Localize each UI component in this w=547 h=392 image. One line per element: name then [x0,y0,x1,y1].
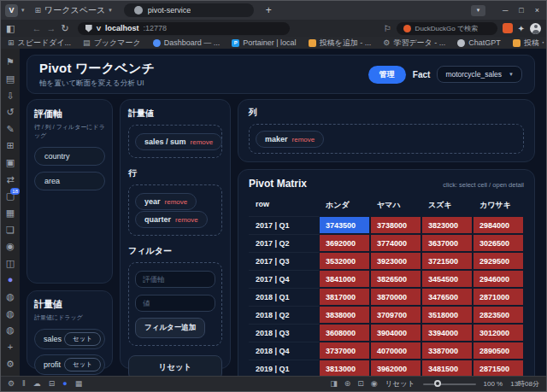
measure-row[interactable]: profitセット [34,354,105,375]
web-panel-icon[interactable]: ◍ [1,289,20,306]
bookmark-item[interactable]: 投稿・動画の... [513,38,546,49]
chevron-down-icon[interactable]: ▾ [21,7,25,14]
chip-remove-button[interactable]: remove [175,216,198,224]
filter-axis-input[interactable] [135,271,215,288]
workspace-button[interactable]: ⊞ ワークスペース ▾ [35,4,112,16]
fact-select[interactable]: motorcycle_sales ▼ [437,66,522,83]
cloud-icon[interactable]: ☁ [33,380,41,388]
new-tab-button[interactable]: + [266,4,272,16]
chip[interactable]: quarterremove [135,211,208,228]
pivot-cell[interactable]: 3476500 [422,289,472,305]
zoom-slider[interactable] [423,383,476,385]
axis-pill[interactable]: area [34,172,105,190]
pivot-cell[interactable]: 3532000 [320,253,369,269]
pivot-cell[interactable]: 3721500 [422,253,472,269]
mastodon-panel-icon[interactable]: ● [1,272,20,289]
pivot-cell[interactable]: 3838000 [320,307,369,323]
profile-avatar[interactable] [530,23,541,34]
pivot-cell[interactable]: 3012000 [473,325,523,341]
chip-remove-button[interactable]: remove [165,198,188,206]
measures-dropzone[interactable]: sales / sumremove [128,125,222,158]
pivot-cell[interactable]: 3518000 [422,307,472,323]
close-button[interactable]: × [535,6,539,15]
set-button[interactable]: セット [64,358,101,372]
mail-icon[interactable]: ▢18 [1,188,20,205]
bookmark-item[interactable]: ChatGPT [457,38,501,47]
tasks-icon[interactable]: ❏ [1,221,20,238]
mouse-gestures-icon[interactable]: ◉ [371,380,378,388]
inbox-icon[interactable]: ⊟ [49,380,56,388]
settings-gear-icon[interactable]: ⚙ [1,355,20,372]
page-actions-icon[interactable]: ⊛ [344,380,351,388]
pivot-cell[interactable]: 3826500 [371,271,421,287]
pivot-cell[interactable]: 3841000 [320,271,369,287]
image-toggle-icon[interactable]: ◨ [330,380,338,388]
tab-pivot-service[interactable]: pivot-service [124,3,254,17]
search-field[interactable]: DuckDuckGo で検索 [397,22,497,35]
add-panel-icon[interactable]: + [1,339,20,356]
pause-icon[interactable]: ‖ [22,380,26,388]
zoom-slider-knob[interactable] [434,380,441,387]
pivot-cell[interactable]: 3774000 [371,235,421,251]
pivot-cell[interactable]: 3817000 [320,289,369,305]
pivot-cell[interactable]: 2984000 [473,217,523,233]
pivot-cell[interactable]: 2823500 [473,307,523,323]
bookmark-item[interactable]: Dashboard — ... [153,38,221,47]
pivot-cell[interactable]: 3026500 [473,235,523,251]
extension-icon[interactable] [503,23,513,33]
filter-value-input[interactable] [135,295,215,312]
measure-row[interactable]: salesセット [34,329,105,349]
pivot-cell[interactable]: 3904000 [371,325,421,341]
maximize-button[interactable]: □ [519,6,523,15]
pivot-cell[interactable]: 3608000 [320,325,369,341]
pivot-cell[interactable]: 3454500 [422,271,472,287]
pivot-cell[interactable]: 2890500 [473,342,523,359]
pivot-cell[interactable]: 3481500 [422,360,472,377]
bookmarks-icon[interactable]: ⚑ [1,54,20,71]
extension-icon[interactable]: ✦ [518,24,525,33]
notes-icon[interactable]: ✎ [1,121,20,138]
bookmark-item[interactable]: ▤ブックマーク [83,38,141,49]
calendar-icon[interactable]: ▦ [75,380,83,388]
pivot-cell[interactable]: 3923000 [371,253,421,269]
pivot-cell[interactable]: 3743500 [320,217,369,233]
pivot-cell[interactable]: 2929500 [473,253,523,269]
pivot-cell[interactable]: 3709700 [371,307,421,323]
back-icon[interactable]: ← [32,23,41,33]
window-chevron-button[interactable]: ▾ [471,5,485,16]
settings-gear-icon[interactable]: ⚙ [8,380,15,388]
downloads-icon[interactable]: ⇩ [1,87,20,104]
chip-remove-button[interactable]: remove [191,138,214,146]
pivot-cell[interactable]: 3813000 [320,360,369,377]
add-filter-button[interactable]: フィルター追加 [135,318,205,338]
panel-toggle-icon[interactable]: ◧ [6,23,15,34]
chip[interactable]: yearremove [135,193,197,210]
chip[interactable]: makerremove [256,131,324,148]
contacts-icon[interactable]: ◫ [1,255,20,272]
history-icon[interactable]: ↺ [1,104,20,121]
pivot-cell[interactable]: 3637000 [422,235,472,251]
feeds-icon[interactable]: ◉ [1,238,20,255]
pivot-cell[interactable]: 3394000 [422,325,472,341]
pivot-cell[interactable]: 2871000 [473,289,523,305]
axis-pill[interactable]: country [34,147,105,166]
bookmark-item[interactable]: ⚙学習データ - ... [383,38,445,49]
pivot-cell[interactable]: 3870000 [371,289,421,305]
forward-icon[interactable]: → [46,23,56,33]
bookmark-item[interactable]: ⊞スピードダイ... [8,38,71,49]
bookmark-flag-icon[interactable]: ⚐ [384,24,391,33]
pivot-cell[interactable]: 2946000 [473,271,523,287]
pivot-cell[interactable]: 3962000 [371,360,421,377]
pivot-cell[interactable]: 2871500 [473,360,523,377]
minimize-button[interactable]: ─ [503,6,508,15]
chip[interactable]: sales / sumremove [135,133,222,150]
url-field[interactable]: V localhost :12778 [78,22,290,35]
capture-icon[interactable]: ⊡ [357,380,364,388]
zoom-reset-button[interactable]: リセット [385,379,415,389]
pivot-cell[interactable]: 3738000 [371,217,421,233]
print-icon[interactable]: ▣ [1,155,20,172]
chip-remove-button[interactable]: remove [292,136,315,143]
reload-icon[interactable]: ↻ [61,23,68,34]
pivot-cell[interactable]: 4070000 [371,342,421,359]
pivot-cell[interactable]: 3737000 [320,342,369,359]
